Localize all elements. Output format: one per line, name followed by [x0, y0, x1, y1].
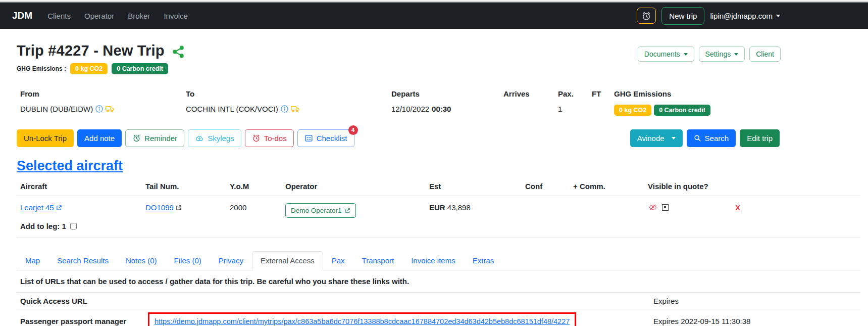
info-icon[interactable]: [95, 105, 103, 113]
external-access-intro: List of URLs that can be used to access …: [17, 270, 860, 293]
external-link-icon: [56, 205, 62, 211]
nav-item-invoice[interactable]: Invoice: [164, 12, 188, 20]
tab-notes[interactable]: Notes (0): [117, 251, 166, 270]
avinode-label: Avinode: [637, 134, 665, 143]
aircraft-table-row: Learjet 45 DO1099 2000 Dem: [17, 196, 860, 219]
add-note-button[interactable]: Add note: [77, 129, 122, 147]
col-conf: Conf: [525, 182, 573, 191]
departs-time: 00:30: [432, 105, 451, 113]
highlight-annotation-box: https://demo.jdmapp.com/client/mytrips/p…: [148, 312, 576, 326]
col-aircraft: Aircraft: [20, 182, 145, 191]
aircraft-name: Learjet 45: [20, 203, 54, 212]
skylegs-label: Skylegs: [208, 134, 234, 143]
departs-date: 12/10/2022: [391, 105, 429, 113]
est-currency: EUR: [429, 203, 445, 212]
search-button[interactable]: Search: [687, 129, 736, 147]
aircraft-link[interactable]: Learjet 45: [20, 203, 62, 212]
from-label: From: [20, 89, 186, 98]
nav-item-clients[interactable]: Clients: [47, 12, 71, 20]
avinode-dropdown-button[interactable]: Avinode: [630, 129, 683, 147]
passport-expires-value: Expires 2022-09-15 11:30:38: [653, 317, 860, 325]
transport-truck-icon[interactable]: [291, 105, 300, 113]
tab-search-results[interactable]: Search Results: [48, 251, 117, 270]
edit-trip-button[interactable]: Edit trip: [740, 129, 780, 147]
new-trip-button[interactable]: New trip: [661, 7, 704, 25]
documents-dropdown-button[interactable]: Documents: [638, 46, 694, 62]
nav-item-broker[interactable]: Broker: [128, 12, 150, 20]
selected-aircraft-heading[interactable]: Selected aircraft: [17, 158, 123, 174]
carbon-credit-badge: 0 Carbon credit: [654, 105, 710, 116]
add-to-leg-checkbox[interactable]: [70, 223, 77, 229]
brand-logo[interactable]: JDM: [12, 10, 32, 21]
operator-button[interactable]: Demo Operator1: [285, 203, 356, 218]
access-row-quick: Quick Access URL Expires: [17, 293, 860, 309]
tab-files[interactable]: Files (0): [166, 251, 210, 270]
info-icon[interactable]: [281, 105, 288, 113]
to-airport: COCHIN INTL (COK/VOCI): [186, 105, 278, 113]
from-airport: DUBLIN (DUB/EIDW): [20, 105, 93, 113]
remove-aircraft-link[interactable]: X: [735, 203, 740, 212]
tab-pax[interactable]: Pax: [323, 251, 353, 270]
user-menu[interactable]: lipin@jdmapp.com: [710, 12, 780, 20]
ghg-column-label: GHG Emissions: [614, 89, 860, 98]
col-est: Est: [429, 182, 525, 191]
unlock-trip-button[interactable]: Un-Lock Trip: [17, 129, 74, 147]
tab-invoice-items[interactable]: Invoice items: [402, 251, 464, 270]
flight-info: From DUBLIN (DUB/EIDW) To COCHIN INTL (C…: [17, 89, 860, 116]
est-amount: 43,898: [447, 203, 471, 212]
checklist-icon: [304, 134, 313, 143]
tab-privacy[interactable]: Privacy: [210, 251, 252, 270]
navbar: JDM Clients Operator Broker Invoice New …: [0, 3, 868, 29]
cloud-upload-icon: [195, 134, 204, 143]
page-title: Trip #4227 - New Trip: [17, 42, 186, 59]
arrives-label: Arrives: [503, 89, 558, 98]
settings-label: Settings: [705, 50, 731, 58]
passport-manager-label: Passenger passport manager: [20, 317, 148, 325]
expires-header: Expires: [653, 297, 860, 305]
co2-badge: 0 kg CO2: [614, 105, 651, 116]
documents-label: Documents: [644, 50, 680, 58]
client-button[interactable]: Client: [749, 46, 781, 62]
reminder-label: Reminder: [144, 134, 177, 143]
operator-name: Demo Operator1: [291, 207, 342, 214]
tab-extras[interactable]: Extras: [464, 251, 503, 270]
checklist-label: Checklist: [317, 134, 347, 143]
alarm-icon: [252, 134, 261, 143]
todos-label: To-dos: [264, 134, 287, 143]
ft-label: FT: [592, 89, 614, 98]
carbon-credit-badge: 0 Carbon credit: [112, 63, 168, 74]
eye-slash-icon[interactable]: [648, 203, 658, 211]
chevron-down-icon: [672, 137, 676, 139]
settings-dropdown-button[interactable]: Settings: [699, 46, 745, 62]
ghg-emissions-label: GHG Emissions :: [17, 65, 66, 72]
aircraft-yom: 2000: [230, 203, 285, 212]
col-comm: + Comm.: [573, 182, 648, 191]
to-label: To: [186, 89, 391, 98]
todos-button[interactable]: To-dos: [245, 129, 294, 147]
skylegs-button[interactable]: Skylegs: [188, 129, 241, 147]
tail-number-link[interactable]: DO1099: [145, 203, 182, 212]
reminder-button[interactable]: Reminder: [125, 129, 184, 147]
chevron-down-icon: [684, 53, 688, 56]
trip-tabs: Map Search Results Notes (0) Files (0) P…: [17, 251, 860, 270]
tab-transport[interactable]: Transport: [353, 251, 403, 270]
nav-item-operator[interactable]: Operator: [84, 12, 114, 20]
checklist-button[interactable]: Checklist 4: [297, 129, 354, 147]
col-yom: Y.o.M: [230, 182, 285, 191]
quick-access-label: Quick Access URL: [20, 297, 148, 305]
pax-label: Pax.: [558, 89, 592, 98]
checklist-count-badge: 4: [348, 125, 358, 135]
trip-title-text: Trip #4227 - New Trip: [17, 42, 165, 59]
quote-visibility-toggle[interactable]: [662, 204, 669, 211]
share-icon[interactable]: [171, 45, 186, 59]
alarm-button[interactable]: [637, 8, 656, 24]
tab-map[interactable]: Map: [17, 251, 48, 270]
tab-external-access[interactable]: External Access: [252, 251, 323, 270]
external-link-icon: [345, 208, 350, 213]
external-link-icon: [176, 205, 182, 211]
transport-truck-icon[interactable]: [106, 105, 115, 113]
passport-manager-url-link[interactable]: https://demo.jdmapp.com/client/mytrips/p…: [155, 317, 570, 325]
alarm-icon: [641, 11, 651, 21]
col-operator: Operator: [285, 182, 429, 191]
search-label: Search: [705, 134, 729, 143]
